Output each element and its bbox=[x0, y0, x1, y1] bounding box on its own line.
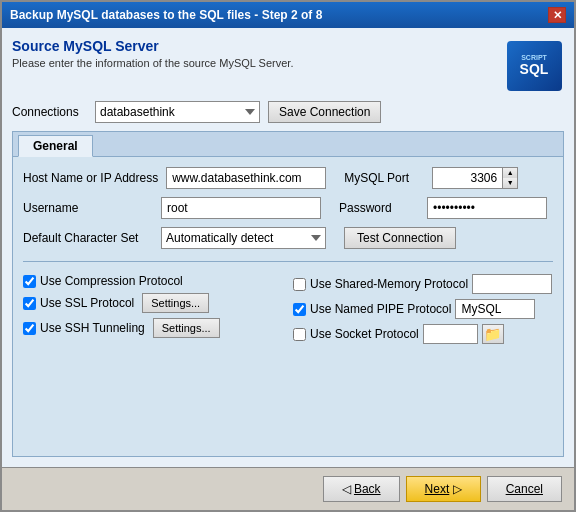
charset-dropdown[interactable]: Automatically detect bbox=[161, 227, 326, 249]
compression-checkbox[interactable] bbox=[23, 275, 36, 288]
socket-label: Use Socket Protocol bbox=[310, 327, 419, 341]
proto-pipe-row: Use Named PIPE Protocol bbox=[293, 299, 553, 319]
socket-checkbox[interactable] bbox=[293, 328, 306, 341]
ssh-settings-button[interactable]: Settings... bbox=[153, 318, 220, 338]
charset-label: Default Character Set bbox=[23, 231, 153, 245]
port-spin-up[interactable]: ▲ bbox=[503, 168, 517, 178]
shared-memory-checkbox[interactable] bbox=[293, 278, 306, 291]
tab-panel: General Host Name or IP Address MySQL Po… bbox=[12, 131, 564, 457]
port-spinner: ▲ ▼ bbox=[502, 167, 518, 189]
tab-content: Host Name or IP Address MySQL Port ▲ ▼ U… bbox=[13, 157, 563, 456]
charset-row: Default Character Set Automatically dete… bbox=[23, 227, 553, 249]
port-spin-down[interactable]: ▼ bbox=[503, 178, 517, 188]
footer-bar: ◁ Back Next ▷ Cancel bbox=[2, 467, 574, 510]
proto-socket-row: Use Socket Protocol 📁 bbox=[293, 324, 553, 344]
password-input[interactable] bbox=[427, 197, 547, 219]
connections-row: Connections databasethink Save Connectio… bbox=[12, 101, 564, 123]
separator bbox=[23, 261, 553, 262]
protocols-section: Use Compression Protocol Use SSL Protoco… bbox=[23, 274, 553, 344]
logo-script-text: SCRIPT bbox=[521, 54, 547, 61]
proto-left-col: Use Compression Protocol Use SSL Protoco… bbox=[23, 274, 283, 344]
header-subtitle: Please enter the information of the sour… bbox=[12, 57, 293, 69]
host-row: Host Name or IP Address MySQL Port ▲ ▼ bbox=[23, 167, 553, 189]
logo-sql-text: SQL bbox=[520, 61, 549, 77]
title-bar: Backup MySQL databases to the SQL files … bbox=[2, 2, 574, 28]
proto-ssh-row: Use SSH Tunneling Settings... bbox=[23, 318, 283, 338]
port-label: MySQL Port bbox=[344, 171, 424, 185]
header-text: Source MySQL Server Please enter the inf… bbox=[12, 38, 293, 69]
back-icon: ◁ bbox=[342, 482, 354, 496]
ssl-label: Use SSL Protocol bbox=[40, 296, 134, 310]
connections-dropdown[interactable]: databasethink bbox=[95, 101, 260, 123]
host-label: Host Name or IP Address bbox=[23, 171, 158, 185]
connections-label: Connections bbox=[12, 105, 87, 119]
shared-memory-label: Use Shared-Memory Protocol bbox=[310, 277, 468, 291]
test-connection-button[interactable]: Test Connection bbox=[344, 227, 456, 249]
header-section: Source MySQL Server Please enter the inf… bbox=[12, 38, 564, 93]
next-button[interactable]: Next ▷ bbox=[406, 476, 481, 502]
named-pipe-input[interactable] bbox=[455, 299, 535, 319]
named-pipe-checkbox[interactable] bbox=[293, 303, 306, 316]
password-label: Password bbox=[339, 201, 419, 215]
logo-box: SCRIPT SQL bbox=[507, 41, 562, 91]
cancel-button[interactable]: Cancel bbox=[487, 476, 562, 502]
content-area: Source MySQL Server Please enter the inf… bbox=[2, 28, 574, 467]
window-title: Backup MySQL databases to the SQL files … bbox=[10, 8, 322, 22]
shared-memory-input[interactable] bbox=[472, 274, 552, 294]
port-input-wrap: ▲ ▼ bbox=[432, 167, 518, 189]
proto-shared-row: Use Shared-Memory Protocol bbox=[293, 274, 553, 294]
close-button[interactable]: ✕ bbox=[548, 7, 566, 23]
ssh-label: Use SSH Tunneling bbox=[40, 321, 145, 335]
main-window: Backup MySQL databases to the SQL files … bbox=[0, 0, 576, 512]
socket-folder-button[interactable]: 📁 bbox=[482, 324, 504, 344]
username-input[interactable] bbox=[161, 197, 321, 219]
proto-compression-row: Use Compression Protocol bbox=[23, 274, 283, 288]
username-row: Username Password bbox=[23, 197, 553, 219]
ssl-settings-button[interactable]: Settings... bbox=[142, 293, 209, 313]
port-input[interactable] bbox=[432, 167, 502, 189]
named-pipe-label: Use Named PIPE Protocol bbox=[310, 302, 451, 316]
header-title: Source MySQL Server bbox=[12, 38, 293, 54]
next-icon: ▷ bbox=[449, 482, 461, 496]
ssl-checkbox[interactable] bbox=[23, 297, 36, 310]
proto-right-col: Use Shared-Memory Protocol Use Named PIP… bbox=[293, 274, 553, 344]
proto-ssl-row: Use SSL Protocol Settings... bbox=[23, 293, 283, 313]
tab-bar: General bbox=[13, 132, 563, 157]
save-connection-button[interactable]: Save Connection bbox=[268, 101, 381, 123]
back-button[interactable]: ◁ Back bbox=[323, 476, 400, 502]
socket-input[interactable] bbox=[423, 324, 478, 344]
compression-label: Use Compression Protocol bbox=[40, 274, 183, 288]
tab-general[interactable]: General bbox=[18, 135, 93, 157]
logo-area: SCRIPT SQL bbox=[504, 38, 564, 93]
username-label: Username bbox=[23, 201, 153, 215]
host-input[interactable] bbox=[166, 167, 326, 189]
ssh-checkbox[interactable] bbox=[23, 322, 36, 335]
